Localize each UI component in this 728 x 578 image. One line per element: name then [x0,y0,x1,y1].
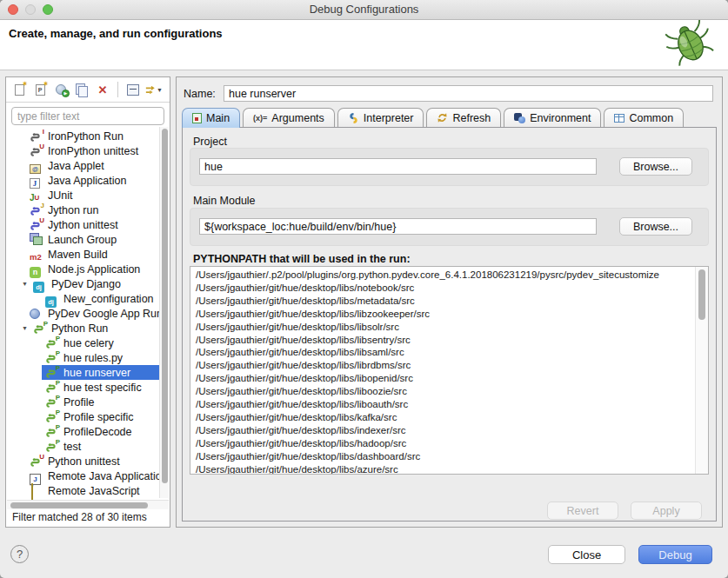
pythonpath-entry[interactable]: /Users/jgauthier/git/hue/desktop/libs/li… [196,346,691,359]
expander-icon[interactable] [20,281,30,287]
launch-group-icon [30,233,44,246]
python-run-icon: P [45,410,60,423]
project-group: Browse... [190,148,709,186]
tree-item-ironpython-unittest[interactable]: UIronPython unittest [7,143,159,158]
refresh-icon [437,112,448,123]
tree-vertical-scrollbar[interactable] [159,127,169,498]
tab-interpreter[interactable]: Interpreter [337,108,424,127]
common-icon [614,114,624,123]
banner-title: Create, manage, and run configurations [9,27,223,40]
tree-item-remote-javascript[interactable]: Remote JavaScript [7,483,159,498]
filter-configurations-button[interactable]: ▼ [145,81,163,98]
tree-item-jython-unittest[interactable]: UJython unittest [7,217,159,232]
tree-item-pydev-google-app-run[interactable]: PyDev Google App Run [7,306,159,321]
python-run-icon: P [45,395,60,409]
pythonpath-entry[interactable]: /Users/jgauthier/git/hue/desktop/libs/li… [196,372,691,385]
python-icon [348,112,359,124]
tab-environment[interactable]: Environment [504,108,601,127]
tree-item-python-run[interactable]: PPython Run [7,321,159,336]
pythonpath-entry[interactable]: /Users/jgauthier/git/hue/desktop/libs/no… [196,282,691,295]
title-bar[interactable]: Debug Configurations [0,0,728,20]
tree-item-hue-runserver[interactable]: Phue runserver [7,365,159,380]
debug-button[interactable]: Debug [638,545,712,564]
help-button[interactable]: ? [10,545,29,563]
pythonpath-entry[interactable]: /Users/jgauthier/git/hue/desktop/libs/az… [196,463,691,475]
pythonpath-entry[interactable]: /Users/jgauthier/git/hue/desktop/libs/li… [196,334,691,347]
maven-build-icon: m2 [30,248,44,261]
project-input[interactable] [199,158,597,175]
tab-arguments[interactable]: (x)= Arguments [243,108,335,127]
ironpython-run-icon: I [30,130,44,143]
django-icon: dj [45,292,60,305]
project-group-label: Project [193,136,227,148]
python-run-icon: P [45,381,60,394]
nodejs-icon: n [30,262,44,276]
pythonpath-entry[interactable]: /Users/jgauthier/git/hue/desktop/libs/da… [196,450,691,463]
tree-item-python-unittest[interactable]: UPython unittest [7,454,159,468]
pythonpath-entry[interactable]: /Users/jgauthier/git/hue/desktop/libs/me… [196,295,691,308]
pythonpath-entry[interactable]: /Users/jgauthier/.p2/pool/plugins/org.py… [196,269,691,282]
pythonpath-entry[interactable]: /Users/jgauthier/git/hue/desktop/libs/li… [196,321,691,334]
debug-bug-icon [664,20,718,70]
tree-item-test[interactable]: Ptest [7,439,159,454]
filter-input[interactable] [12,110,164,123]
tree-item-junit[interactable]: JUJUnit [7,188,159,203]
pythonpath-entry[interactable]: /Users/jgauthier/git/hue/desktop/libs/li… [196,398,691,411]
ironpython-unittest-icon: U [30,144,44,157]
tree-item-java-application[interactable]: JJava Application [7,173,159,188]
tree-item-hue-test-specific[interactable]: Phue test specific [7,380,159,395]
duplicate-configuration-button[interactable] [73,81,90,98]
pythonpath-list[interactable]: /Users/jgauthier/.p2/pool/plugins/org.py… [190,266,709,475]
expander-icon[interactable] [20,325,30,331]
junit-icon: JU [30,189,44,202]
tree-item-profile[interactable]: PProfile [7,395,159,409]
tree-horizontal-scrollbar[interactable] [7,500,169,509]
java-applet-icon: @ [30,159,44,172]
collapse-all-button[interactable] [124,81,142,98]
configurations-toolbar: ✷ P✷ ▶ ✕ ▼ [6,77,170,103]
remote-java-icon: J [30,469,44,482]
configurations-tree: IIronPython Run UIronPython unittest @Ja… [7,127,159,500]
pythonpath-entry[interactable]: /Users/jgauthier/git/hue/desktop/libs/ka… [196,411,691,424]
filter-status: Filter matched 28 of 30 items [12,511,147,523]
tab-common[interactable]: Common [604,108,684,127]
main-module-input[interactable] [199,218,597,235]
pythonpath-scrollbar[interactable] [695,267,708,474]
tree-item-new-configuration[interactable]: djNew_configuration [7,291,159,306]
filter-field-wrap [11,107,164,125]
tree-item-remote-java-application[interactable]: JRemote Java Application [7,468,159,483]
toolbar-separator [117,82,118,97]
django-icon: dj [33,277,48,290]
name-input[interactable] [224,85,713,102]
tree-item-launch-group[interactable]: Launch Group [7,232,159,247]
tree-item-jython-run[interactable]: JJython run [7,203,159,217]
tree-item-hue-rules-py[interactable]: Phue rules.py [7,350,159,365]
google-app-run-icon [30,307,44,320]
tab-main[interactable]: Main [182,108,240,128]
pythonpath-entry[interactable]: /Users/jgauthier/git/hue/desktop/libs/ha… [196,437,691,450]
export-configuration-button[interactable]: ▶ [52,81,70,98]
tree-item-nodejs-application[interactable]: nNode.js Application [7,262,159,276]
pythonpath-entry[interactable]: /Users/jgauthier/git/hue/desktop/libs/li… [196,308,691,321]
pythonpath-entry[interactable]: /Users/jgauthier/git/hue/desktop/libs/li… [196,359,691,372]
tree-item-ironpython-run[interactable]: IIronPython Run [7,129,159,143]
delete-configuration-button[interactable]: ✕ [94,81,111,98]
tree-item-maven-build[interactable]: m2Maven Build [7,247,159,262]
close-button[interactable]: Close [548,545,625,564]
tree-item-java-applet[interactable]: @Java Applet [7,158,159,173]
new-configuration-button[interactable]: ✷ [10,81,28,98]
pythonpath-entry[interactable]: /Users/jgauthier/git/hue/desktop/libs/in… [196,424,691,437]
python-run-icon: P [45,336,60,349]
tree-item-profile-specific[interactable]: PProfile specific [7,409,159,424]
project-browse-button[interactable]: Browse... [619,157,692,176]
tree-item-hue-celery[interactable]: Phue celery [7,336,159,350]
revert-button[interactable]: Revert [547,502,618,520]
main-module-browse-button[interactable]: Browse... [619,217,692,236]
tree-item-profiledecode[interactable]: PProfileDecode [7,424,159,439]
configuration-detail-panel: Name: Main (x)= Arguments Interpreter [176,76,723,528]
new-prototype-button[interactable]: P✷ [31,81,49,98]
tab-refresh[interactable]: Refresh [426,108,501,127]
apply-button[interactable]: Apply [631,502,702,520]
pythonpath-entry[interactable]: /Users/jgauthier/git/hue/desktop/libs/li… [196,385,691,398]
tree-item-pydev-django[interactable]: djPyDev Django [7,276,159,291]
